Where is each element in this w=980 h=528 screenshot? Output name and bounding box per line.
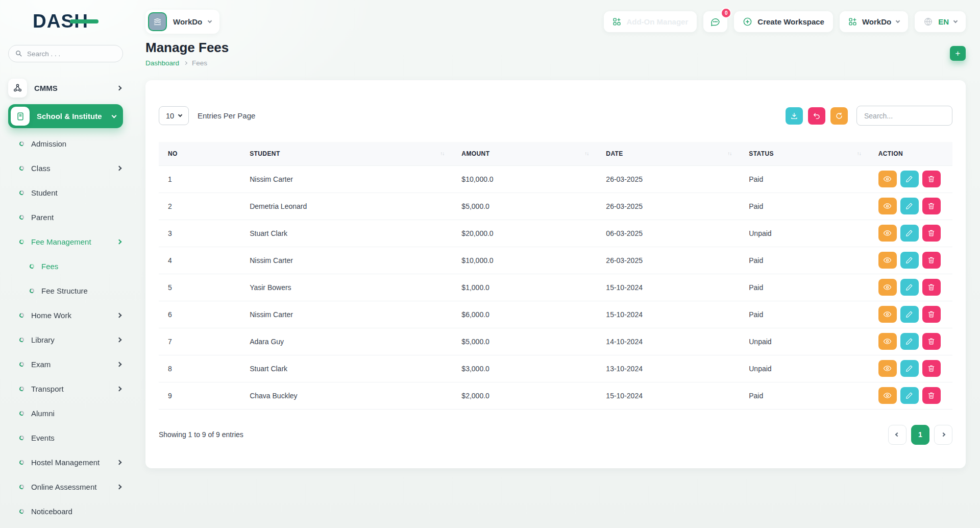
trash-icon: [927, 229, 935, 237]
delete-button[interactable]: [922, 306, 941, 323]
table-search-input[interactable]: [856, 106, 952, 126]
workdo-menu-button[interactable]: WorkDo: [840, 11, 908, 32]
view-button[interactable]: [878, 198, 897, 214]
breadcrumb-current: Fees: [192, 59, 207, 67]
sidebar-item-hostel-management[interactable]: Hostel Management: [8, 450, 123, 474]
pencil-icon: [905, 202, 913, 210]
addon-manager-button[interactable]: Add-On Manager: [604, 11, 697, 32]
sidebar-section-school-institute[interactable]: School & Institute: [8, 104, 123, 128]
add-fee-button[interactable]: +: [950, 46, 966, 61]
column-header-student[interactable]: STUDENT↑↓: [240, 142, 452, 165]
chevron-right-icon: [117, 313, 122, 318]
sidebar-section-label: CMMS: [34, 84, 110, 92]
sidebar-item-class[interactable]: Class: [8, 156, 123, 180]
delete-button[interactable]: [922, 252, 941, 269]
edit-button[interactable]: [900, 225, 919, 242]
nav-item-label: Home Work: [31, 311, 110, 320]
refresh-button[interactable]: [830, 107, 848, 125]
sidebar-item-online-assessment[interactable]: Online Assessment: [8, 474, 123, 499]
edit-button[interactable]: [900, 279, 919, 296]
view-button[interactable]: [878, 252, 897, 269]
cell-status: Paid: [740, 165, 869, 193]
delete-button[interactable]: [922, 333, 941, 350]
sidebar-item-fees[interactable]: Fees: [8, 254, 123, 278]
view-button[interactable]: [878, 306, 897, 323]
chat-button[interactable]: 0: [703, 11, 727, 32]
sidebar-item-transport[interactable]: Transport: [8, 376, 123, 401]
cell-date: 06-03-2025: [597, 220, 740, 247]
nav-item-label: Transport: [31, 385, 110, 393]
edit-button[interactable]: [900, 387, 919, 404]
edit-button[interactable]: [900, 306, 919, 323]
sidebar-item-alumni[interactable]: Alumni: [8, 401, 123, 425]
cell-status: Paid: [740, 301, 869, 328]
view-button[interactable]: [878, 171, 897, 187]
cell-no: 3: [159, 220, 240, 247]
table-row: 4 Nissim Carter $10,000.0 26-03-2025 Pai…: [159, 247, 952, 274]
cell-status: Unpaid: [740, 220, 869, 247]
sidebar-item-fee-management[interactable]: Fee Management: [8, 229, 123, 254]
reset-button[interactable]: [808, 107, 825, 125]
delete-button[interactable]: [922, 225, 941, 242]
sidebar-item-noticeboard[interactable]: Noticeboard: [8, 499, 123, 523]
chevron-right-icon: [117, 239, 122, 244]
sort-icon: ↑↓: [727, 151, 731, 156]
edit-button[interactable]: [900, 333, 919, 350]
sidebar-item-parent[interactable]: Parent: [8, 205, 123, 229]
column-header-date[interactable]: DATE↑↓: [597, 142, 740, 165]
view-button[interactable]: [878, 333, 897, 350]
view-button[interactable]: [878, 387, 897, 404]
cell-no: 9: [159, 382, 240, 409]
next-page-button[interactable]: [934, 425, 952, 445]
delete-button[interactable]: [922, 387, 941, 404]
export-button[interactable]: [786, 107, 803, 125]
column-header-status[interactable]: STATUS↑↓: [740, 142, 869, 165]
nav-item-label: Fees: [41, 262, 123, 271]
language-menu-button[interactable]: EN: [915, 11, 966, 32]
chevron-down-icon: [208, 18, 212, 22]
sidebar-item-admission[interactable]: Admission: [8, 131, 123, 156]
delete-button[interactable]: [922, 198, 941, 214]
edit-button[interactable]: [900, 198, 919, 214]
delete-button[interactable]: [922, 171, 941, 187]
sidebar-search-input[interactable]: [8, 45, 123, 62]
edit-button[interactable]: [900, 360, 919, 377]
fees-card: 10 Entries Per Page: [145, 80, 966, 468]
bullet-icon: [19, 338, 24, 342]
workspace-selector[interactable]: WorkDo: [145, 10, 219, 34]
sidebar-item-exam[interactable]: Exam: [8, 352, 123, 376]
view-button[interactable]: [878, 360, 897, 377]
sidebar-item-library[interactable]: Library: [8, 327, 123, 352]
cell-amount: $5,000.0: [452, 328, 597, 355]
previous-page-button[interactable]: [888, 425, 906, 445]
cell-no: 6: [159, 301, 240, 328]
cell-action: [869, 382, 952, 409]
delete-button[interactable]: [922, 279, 941, 296]
cell-no: 8: [159, 355, 240, 382]
sidebar-item-events[interactable]: Events: [8, 425, 123, 450]
create-workspace-button[interactable]: Create Workspace: [734, 11, 833, 32]
entries-per-page-select[interactable]: 10: [159, 106, 189, 125]
nav-item-label: Online Assessment: [31, 483, 110, 491]
breadcrumb-dashboard-link[interactable]: Dashboard: [145, 59, 179, 67]
app-logo: DASH: [33, 11, 99, 32]
sidebar-item-student[interactable]: Student: [8, 180, 123, 205]
sidebar-item-home-work[interactable]: Home Work: [8, 303, 123, 327]
edit-button[interactable]: [900, 252, 919, 269]
chevron-down-icon: [896, 18, 900, 22]
sidebar-item-fee-structure[interactable]: Fee Structure: [8, 278, 123, 303]
view-button[interactable]: [878, 225, 897, 242]
sidebar-section-cmms[interactable]: CMMS: [8, 75, 123, 101]
column-header-action: ACTION: [869, 142, 952, 165]
table-toolbar: 10 Entries Per Page: [159, 106, 952, 126]
table-row: 5 Yasir Bowers $1,000.0 15-10-2024 Paid: [159, 274, 952, 301]
sort-icon: ↑↓: [857, 151, 861, 156]
edit-button[interactable]: [900, 171, 919, 187]
page-1-button[interactable]: 1: [911, 425, 929, 445]
column-header-amount[interactable]: AMOUNT↑↓: [452, 142, 597, 165]
delete-button[interactable]: [922, 360, 941, 377]
entries-per-page-value: 10: [166, 112, 174, 120]
cell-student: Stuart Clark: [240, 355, 452, 382]
view-button[interactable]: [878, 279, 897, 296]
entries-per-page-label: Entries Per Page: [198, 111, 786, 120]
